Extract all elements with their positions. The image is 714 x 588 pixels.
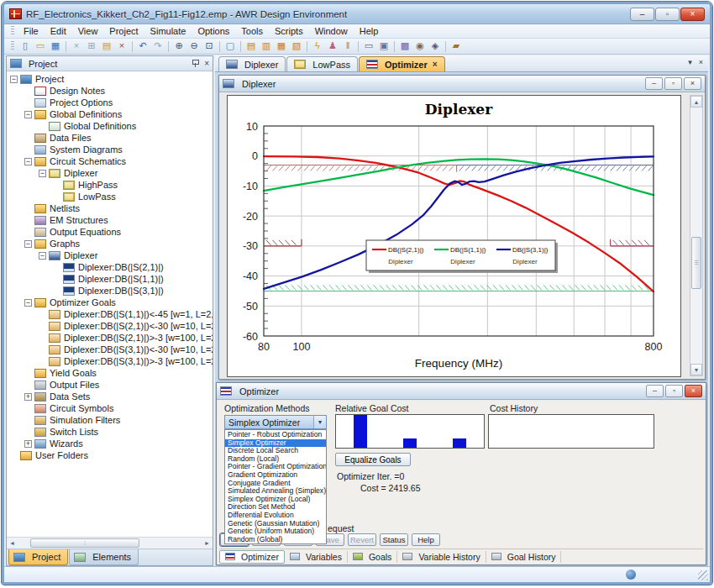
tree-item[interactable]: −Diplexer [7,249,213,261]
document-tab-lowpass[interactable]: LowPass [286,56,358,71]
tree-expander-icon[interactable]: − [24,299,32,307]
close-button[interactable]: × [680,8,705,21]
help-sphere-icon[interactable] [626,570,636,580]
tree-item[interactable]: Diplexer:DB(|S(3,1)|)>-3 [w=100, L=2, Ra… [7,355,213,367]
graph-vertical-scrollbar[interactable]: ▲ ▼ [690,95,703,376]
tree-item[interactable]: Diplexer:DB(|S(1,1)|) [7,273,213,285]
tree-expander-icon[interactable]: − [39,252,46,260]
optimization-method-combobox[interactable]: Simplex Optimizer ▾ [224,415,327,429]
tree-expander-icon[interactable]: − [24,158,32,165]
title-bar[interactable]: RF_Electronics_Kikkert_Ch2_Fig11-Fig12.e… [4,4,710,24]
chart-page[interactable]: 100-10-20-30-40-50-6080100800Frequency (… [227,95,681,377]
new-window-icon[interactable]: ▭ [362,39,375,53]
tree-expander-icon[interactable]: − [24,111,32,118]
anchor-icon[interactable]: ◈ [428,39,442,53]
scroll-down-arrow[interactable]: ▼ [690,364,702,375]
optimizer-minimize-button[interactable]: – [646,385,664,397]
tree-item[interactable]: +Wizards [7,438,213,449]
tree-item[interactable]: Diplexer:DB(|S(2,1)|)>-3 [w=100, L=2, Ra… [7,332,213,344]
menu-help[interactable]: Help [354,25,385,37]
add-schematic-icon[interactable]: ▤ [244,39,258,53]
copy-icon[interactable]: ⊞ [85,39,98,53]
tree-item[interactable]: EM Structures [7,214,213,226]
zoom-fit-icon[interactable]: ⊡ [202,39,216,53]
scroll-left-arrow[interactable]: ◄ [7,538,18,549]
tree-horizontal-scrollbar[interactable]: ◄ ► [7,537,213,549]
scroll-right-arrow[interactable]: ► [202,538,213,549]
delete-icon[interactable]: × [115,39,129,53]
search-icon[interactable]: ◉ [413,39,427,53]
tree-item[interactable]: Global Definitions [7,120,213,132]
method-option[interactable]: Random (Global) [225,536,326,544]
menu-view[interactable]: View [72,25,104,37]
optimizer-tab-goal-history[interactable]: Goal History [486,551,562,563]
menu-edit[interactable]: Edit [45,25,72,37]
zoom-in-icon[interactable]: ⊕ [172,39,186,53]
panel-close-icon[interactable]: × [204,60,209,67]
graph-close-button[interactable]: × [684,77,701,90]
open-icon[interactable]: ▭ [34,39,47,53]
menu-project[interactable]: Project [103,25,144,37]
optimizer-window-titlebar[interactable]: Optimizer – ▫ × [217,383,706,400]
tree-item[interactable]: Project Options [7,97,213,108]
optimizer-tab-variable-history[interactable]: Variable History [397,551,486,563]
scroll-up-arrow[interactable]: ▲ [690,96,702,108]
tree-item[interactable]: Design Notes [7,85,213,97]
tree-item[interactable]: Diplexer:DB(|S(2,1)|) [7,261,213,273]
scrollbar-thumb[interactable] [691,237,701,289]
tree-item[interactable]: −Diplexer [7,167,213,179]
tree-item[interactable]: −Global Definitions [7,108,213,120]
undo-icon[interactable]: ↶ [136,39,150,53]
tree-expander-icon[interactable]: − [24,240,32,248]
menu-tools[interactable]: Tools [235,25,269,37]
cascade-windows-icon[interactable]: ▣ [377,39,391,53]
tree-item[interactable]: −Graphs [7,238,213,249]
document-tab-optimizer[interactable]: Optimizer× [359,56,445,71]
tree-item[interactable]: Output Files [7,379,213,391]
tree-item[interactable]: LowPass [7,191,213,202]
graph-window-titlebar[interactable]: Diplexer – ▫ × [219,76,705,92]
save-icon[interactable]: ▦ [49,39,62,53]
tree-expander-icon[interactable]: − [39,170,46,177]
options-icon[interactable]: ▩ [398,39,412,53]
add-layout-icon[interactable]: ▧ [290,39,303,53]
panel-tab-elements[interactable]: Elements [69,549,139,565]
tree-item[interactable]: Diplexer:DB(|S(1,1)|)<-45 [w=1, L=2, Ran… [7,308,213,320]
equalize-goals-button[interactable]: Equalize Goals [335,453,411,466]
resize-grip-icon[interactable] [698,570,708,580]
tree-item[interactable]: User Folders [7,449,213,461]
add-em-structure-icon[interactable]: ▦ [275,39,288,53]
tree-item[interactable]: +Data Sets [7,391,213,402]
optimizer-close-button[interactable]: × [685,385,702,397]
minimize-button[interactable]: – [630,8,654,21]
tree-item[interactable]: Diplexer:DB(|S(3,1)|) [7,285,213,297]
tree-expander-icon[interactable]: − [10,76,18,83]
tree-item[interactable]: Circuit Symbols [7,402,213,414]
window-icon[interactable]: ▢ [223,39,237,53]
optimizer-tab-optimizer[interactable]: Optimizer [219,550,285,564]
new-icon[interactable]: ▯ [18,39,32,53]
tab-menu-icon[interactable]: ▾ [688,58,692,66]
document-tab-diplexer[interactable]: Diplexer [218,56,286,71]
maximize-button[interactable]: ▫ [655,8,680,21]
tree-expander-icon[interactable]: + [24,440,32,448]
optimizer-tab-variables[interactable]: Variables [285,551,348,563]
tree-item[interactable]: Netlists [7,202,213,214]
redo-icon[interactable]: ↷ [151,39,165,53]
graph-minimize-button[interactable]: – [645,77,663,90]
paste-icon[interactable]: ▤ [100,39,113,53]
briefcase-icon[interactable]: ▰ [449,39,463,53]
scrollbar-thumb[interactable] [30,538,139,548]
menu-window[interactable]: Window [309,25,354,37]
graph-maximize-button[interactable]: ▫ [664,77,682,90]
tree-item[interactable]: Data Files [7,132,213,144]
panel-tab-project[interactable]: Project [8,549,68,565]
help-button[interactable]: Help [412,533,440,546]
tab-close-icon[interactable]: × [433,60,438,69]
tree-item[interactable]: Output Equations [7,226,213,238]
menu-simulate[interactable]: Simulate [144,25,192,37]
tree-item[interactable]: −Optimizer Goals [7,297,213,308]
menu-options[interactable]: Options [192,25,235,37]
combobox-arrow-icon[interactable]: ▾ [313,416,326,428]
tree-item[interactable]: System Diagrams [7,144,213,155]
